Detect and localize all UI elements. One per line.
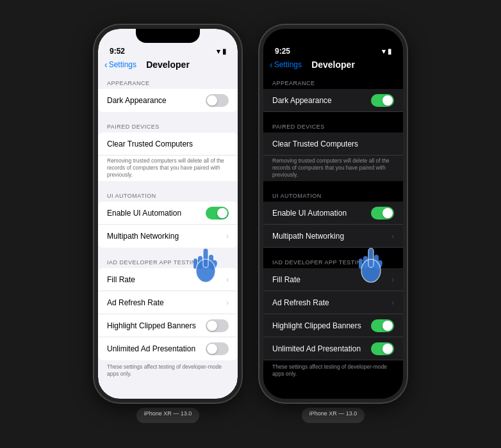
section-passkit-dark: PASSKIT TESTING xyxy=(263,385,403,392)
section-paired-dark: PAIRED DEVICES xyxy=(263,117,403,132)
phone-label-dark: iPhone XR — 13.0 xyxy=(302,408,365,423)
highlight-row-dark[interactable]: Highlight Clipped Banners xyxy=(263,314,403,337)
enable-ui-row-light[interactable]: Enable UI Automation xyxy=(98,202,238,225)
multipath-chevron-light: › xyxy=(226,232,229,241)
time-dark: 9:25 xyxy=(275,47,290,56)
iad-group-dark: Fill Rate › Ad Refresh Rate › Highlight … xyxy=(263,268,403,360)
unlimited-row-dark[interactable]: Unlimited Ad Presentation xyxy=(263,337,403,360)
paired-desc-dark: Removing trusted computers will delete a… xyxy=(263,156,403,181)
iad-note-dark: These settings affect testing of develop… xyxy=(263,362,403,381)
highlight-toggle-light[interactable] xyxy=(206,319,229,332)
screen-light: 9:52 ▾ ▮ ‹ Settings Developer APP xyxy=(98,29,238,399)
fill-rate-chevron-light: › xyxy=(226,275,229,284)
highlight-row-light[interactable]: Highlight Clipped Banners xyxy=(98,314,238,337)
multipath-chevron-dark: › xyxy=(391,232,394,241)
nav-title-dark: Developer xyxy=(311,60,355,70)
back-button-light[interactable]: ‹ Settings xyxy=(104,60,136,70)
ad-refresh-row-dark[interactable]: Ad Refresh Rate › xyxy=(263,291,403,314)
status-bar-dark: 9:25 ▾ ▮ xyxy=(263,29,403,58)
fill-rate-row-light[interactable]: Fill Rate › xyxy=(98,268,238,291)
section-paired-light: PAIRED DEVICES xyxy=(98,117,238,132)
dark-appearance-label-light: Dark Appearance xyxy=(107,96,167,105)
clear-trusted-label-dark: Clear Trusted Computers xyxy=(272,140,358,148)
back-button-dark[interactable]: ‹ Settings xyxy=(270,60,302,70)
dark-appearance-row-light[interactable]: Dark Appearance xyxy=(98,89,238,112)
clear-trusted-label-light: Clear Trusted Computers xyxy=(107,140,193,148)
paired-group-dark: Clear Trusted Computers Removing trusted… xyxy=(263,132,403,181)
chevron-left-icon-dark: ‹ xyxy=(270,60,273,70)
dark-appearance-toggle-light[interactable] xyxy=(206,94,229,107)
phone-wrapper-light: 9:52 ▾ ▮ ‹ Settings Developer APP xyxy=(94,25,242,423)
ad-refresh-label-light: Ad Refresh Rate xyxy=(107,298,164,307)
appearance-group-dark: Dark Appearance xyxy=(263,89,403,112)
unlimited-label-light: Unlimited Ad Presentation xyxy=(107,344,195,353)
screen-dark: 9:25 ▾ ▮ ‹ Settings Developer APP xyxy=(263,29,403,399)
unlimited-row-light[interactable]: Unlimited Ad Presentation xyxy=(98,337,238,360)
unlimited-label-dark: Unlimited Ad Presentation xyxy=(272,344,361,353)
multipath-row-light[interactable]: Multipath Networking › xyxy=(98,225,238,248)
phone-light: 9:52 ▾ ▮ ‹ Settings Developer APP xyxy=(94,25,242,403)
enable-ui-label-light: Enable UI Automation xyxy=(107,209,181,218)
iad-group-light: Fill Rate › Ad Refresh Rate › Highlight … xyxy=(98,268,238,360)
section-appearance-light: APPEARANCE xyxy=(98,74,238,89)
unlimited-toggle-dark[interactable] xyxy=(371,342,394,355)
phone-wrapper-dark: 9:25 ▾ ▮ ‹ Settings Developer APP xyxy=(259,25,407,423)
highlight-label-light: Highlight Clipped Banners xyxy=(107,321,196,330)
status-icons-dark: ▾ ▮ xyxy=(382,47,391,56)
phone-label-text-light: iPhone XR — 13.0 xyxy=(144,410,192,417)
dark-appearance-label-dark: Dark Appearance xyxy=(272,96,332,105)
multipath-label-light: Multipath Networking xyxy=(107,232,179,241)
section-appearance-dark: APPEARANCE xyxy=(263,74,403,89)
scene: 9:52 ▾ ▮ ‹ Settings Developer APP xyxy=(81,12,420,436)
fill-rate-label-light: Fill Rate xyxy=(107,275,135,284)
ad-refresh-chevron-light: › xyxy=(226,298,229,307)
dark-appearance-row-dark[interactable]: Dark Appearance xyxy=(263,89,403,112)
nav-bar-dark: ‹ Settings Developer xyxy=(263,58,403,74)
status-bar-light: 9:52 ▾ ▮ xyxy=(98,29,238,58)
enable-ui-toggle-dark[interactable] xyxy=(371,207,394,220)
iad-note-light: These settings affect testing of develop… xyxy=(98,362,238,381)
chevron-left-icon: ‹ xyxy=(104,60,108,70)
wifi-icon: ▾ xyxy=(217,47,220,56)
highlight-toggle-dark[interactable] xyxy=(371,319,394,332)
back-label-dark: Settings xyxy=(274,60,302,69)
paired-desc-light: Removing trusted computers will delete a… xyxy=(98,156,238,181)
ad-refresh-row-light[interactable]: Ad Refresh Rate › xyxy=(98,291,238,314)
ad-refresh-label-dark: Ad Refresh Rate xyxy=(272,298,329,307)
wifi-icon-dark: ▾ xyxy=(382,47,386,56)
paired-group-light: Clear Trusted Computers Removing trusted… xyxy=(98,132,238,181)
fill-rate-chevron-dark: › xyxy=(391,275,394,284)
settings-scroll-light: APPEARANCE Dark Appearance PAIRED DEVICE… xyxy=(98,74,238,392)
multipath-row-dark[interactable]: Multipath Networking › xyxy=(263,225,403,248)
status-icons-light: ▾ ▮ xyxy=(217,47,226,56)
fill-rate-row-dark[interactable]: Fill Rate › xyxy=(263,268,403,291)
ad-refresh-chevron-dark: › xyxy=(391,298,394,307)
enable-ui-toggle-light[interactable] xyxy=(206,207,229,220)
section-ui-dark: UI AUTOMATION xyxy=(263,186,403,202)
highlight-label-dark: Highlight Clipped Banners xyxy=(272,321,361,330)
phone-label-text-dark: iPhone XR — 13.0 xyxy=(309,410,357,417)
phone-dark: 9:25 ▾ ▮ ‹ Settings Developer APP xyxy=(259,25,407,403)
clear-trusted-row-light[interactable]: Clear Trusted Computers xyxy=(98,132,238,156)
settings-scroll-dark: APPEARANCE Dark Appearance PAIRED DEVICE… xyxy=(263,74,403,392)
multipath-label-dark: Multipath Networking xyxy=(272,232,344,241)
section-passkit-light: PASSKIT TESTING xyxy=(98,385,238,392)
section-ui-light: UI AUTOMATION xyxy=(98,186,238,202)
unlimited-toggle-light[interactable] xyxy=(206,342,229,355)
fill-rate-label-dark: Fill Rate xyxy=(272,275,300,284)
time-light: 9:52 xyxy=(110,47,125,56)
section-iad-light: IAD DEVELOPER APP TESTING xyxy=(98,253,238,268)
clear-trusted-row-dark[interactable]: Clear Trusted Computers xyxy=(263,132,403,156)
battery-icon-dark: ▮ xyxy=(388,47,391,56)
enable-ui-row-dark[interactable]: Enable UI Automation xyxy=(263,202,403,225)
enable-ui-label-dark: Enable UI Automation xyxy=(272,209,347,218)
phone-label-light: iPhone XR — 13.0 xyxy=(136,408,200,423)
dark-appearance-toggle-dark[interactable] xyxy=(371,94,394,107)
section-iad-dark: IAD DEVELOPER APP TESTING xyxy=(263,253,403,268)
appearance-group-light: Dark Appearance xyxy=(98,89,238,112)
ui-group-light: Enable UI Automation Multipath Networkin… xyxy=(98,202,238,248)
nav-title-light: Developer xyxy=(146,60,190,70)
battery-icon: ▮ xyxy=(222,47,226,56)
back-label-light: Settings xyxy=(109,60,136,69)
ui-group-dark: Enable UI Automation Multipath Networkin… xyxy=(263,202,403,248)
